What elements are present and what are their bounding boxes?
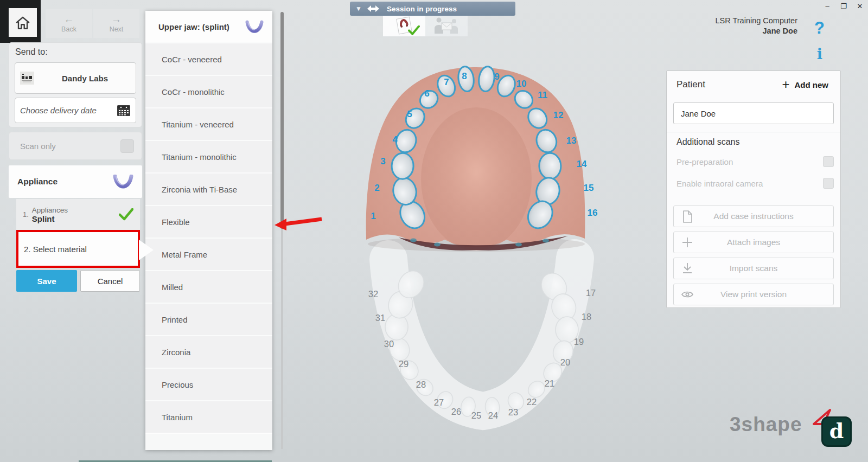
next-button[interactable]: → Next	[93, 9, 139, 38]
appliance-title: Appliance	[17, 177, 113, 187]
attach-images-button[interactable]: Attach images	[673, 232, 834, 253]
pre-preparation-row: Pre-preparation	[676, 156, 832, 168]
send-step-tile[interactable]	[425, 15, 468, 36]
next-label: Next	[110, 25, 124, 33]
material-item[interactable]: Zirconia with Ti-Base	[145, 172, 272, 205]
send-to-title: Send to:	[15, 47, 48, 57]
tooth[interactable]	[539, 152, 561, 179]
tooth-number-label: 19	[574, 337, 584, 347]
tooth-number-label: 11	[538, 90, 547, 100]
next-arrow-icon: →	[111, 15, 122, 24]
import-scans-button[interactable]: Import scans	[673, 258, 834, 279]
tooth-number-label: 31	[375, 313, 385, 323]
scan-rim-tooth	[542, 239, 549, 243]
material-item[interactable]: Printed	[145, 303, 272, 335]
material-item[interactable]: Titanium	[145, 400, 272, 433]
info-icon[interactable]: i	[817, 46, 822, 62]
session-app-icon	[367, 4, 379, 13]
material-item[interactable]: Flexible	[145, 205, 272, 238]
add-new-label: Add new	[795, 80, 829, 89]
computer-name: LSR Training Computer	[715, 16, 797, 25]
red-annotation-arrow	[271, 213, 326, 232]
material-item[interactable]: Precious	[145, 368, 272, 400]
material-scrollbar-thumb[interactable]	[280, 12, 284, 229]
user-info: LSR Training Computer Jane Doe	[715, 16, 797, 35]
scan-only-row: Scan only	[9, 132, 142, 160]
send-to-panel: Send to: Dandy Labs Choose delivery date	[9, 42, 142, 127]
document-icon	[680, 210, 694, 223]
close-button[interactable]: ✕	[856, 2, 864, 10]
tooth-number-label: 18	[582, 312, 591, 322]
calendar-icon	[117, 104, 131, 117]
delivery-date-field[interactable]: Choose delivery date	[15, 98, 136, 123]
intraoral-camera-checkbox[interactable]	[823, 178, 834, 189]
material-item[interactable]: Titanium - monolithic	[145, 140, 272, 172]
splint-arch-icon	[113, 175, 133, 189]
material-item[interactable]: Zirconia	[145, 335, 272, 368]
check-icon	[119, 208, 133, 221]
eye-icon	[680, 290, 694, 299]
scan-3d-view[interactable]: 1234567891011121314151617181920212223242…	[334, 64, 621, 433]
tooth-number-label: 27	[434, 397, 444, 407]
material-popup-pointer	[139, 240, 154, 260]
tooth[interactable]	[391, 152, 414, 179]
send-people-envelope-icon	[432, 16, 461, 35]
tooth-number-label: 4	[392, 134, 398, 145]
step1-appliances-row[interactable]: 1. Appliances Splint	[16, 199, 140, 230]
material-header-label: Upper jaw: (splint)	[158, 22, 245, 31]
session-label: Session in progress	[387, 5, 457, 13]
logged-in-user: Jane Doe	[715, 27, 797, 35]
view-print-version-button[interactable]: View print version	[673, 284, 834, 305]
splint-arch-icon	[245, 20, 264, 34]
application-window: ← Back → Next Send to: Dandy Labs Choose…	[0, 0, 868, 462]
pre-preparation-label: Pre-preparation	[676, 157, 823, 166]
step2-select-material-row[interactable]: 2. Select material	[16, 230, 140, 268]
material-item[interactable]: CoCr - veneered	[145, 42, 272, 75]
material-item[interactable]: CoCr - monolithic	[145, 75, 272, 107]
tooth-number-label: 1	[371, 211, 375, 221]
tooth-number-label: 22	[527, 397, 537, 407]
pre-preparation-checkbox[interactable]	[823, 156, 834, 167]
restore-button[interactable]: ❐	[840, 2, 847, 10]
scan-step-tile[interactable]	[383, 15, 425, 36]
home-button[interactable]	[9, 8, 37, 37]
tooth-number-label: 21	[545, 378, 554, 388]
material-item[interactable]: Titanium - veneered	[145, 107, 272, 140]
cancel-button[interactable]: Cancel	[80, 270, 140, 292]
save-button[interactable]: Save	[16, 270, 77, 292]
scan-only-checkbox[interactable]	[120, 139, 134, 153]
upper-jaw-palate	[421, 107, 532, 251]
help-icon[interactable]: ?	[814, 18, 825, 38]
chevron-down-icon[interactable]: ▼	[355, 5, 362, 12]
tooth-number-label: 17	[586, 288, 596, 298]
tooth-number-label: 24	[488, 410, 498, 420]
material-item[interactable]: Milled	[145, 270, 272, 303]
dandy-logo-badge: d	[821, 416, 852, 447]
scan-rim-tooth	[410, 239, 417, 242]
intraoral-camera-row: Enable intraoral camera	[676, 177, 832, 189]
material-item[interactable]: Metal Frame	[145, 238, 272, 270]
back-button[interactable]: ← Back	[46, 9, 92, 38]
material-item-partial	[145, 433, 272, 450]
appliance-header[interactable]: Appliance	[9, 165, 142, 198]
step2-label: 2. Select material	[24, 245, 87, 254]
lab-select-button[interactable]: Dandy Labs	[15, 62, 136, 94]
step1-value: Splint	[32, 214, 119, 223]
scan-rim-tooth	[434, 243, 441, 247]
tooth-number-label: 7	[444, 77, 449, 87]
tooth-number-label: 32	[368, 289, 378, 299]
delivery-date-placeholder: Choose delivery date	[20, 106, 117, 115]
material-list-panel: Upper jaw: (splint) CoCr - veneered CoCr…	[145, 11, 272, 450]
add-new-patient-button[interactable]: + Add new	[782, 79, 828, 90]
session-bar: ▼ Session in progress	[350, 2, 515, 16]
material-list-header: Upper jaw: (splint)	[145, 11, 272, 42]
step1-category: Appliances	[32, 206, 119, 214]
scan-rim-tooth	[515, 243, 522, 247]
add-case-instructions-button[interactable]: Add case instructions	[673, 206, 834, 227]
minimize-button[interactable]: –	[824, 2, 831, 10]
patient-name-input[interactable]	[673, 102, 834, 124]
tooth-number-label: 20	[560, 357, 570, 367]
tooth-number-label: 12	[553, 110, 564, 120]
check-icon	[408, 25, 420, 35]
tooth-number-label: 13	[566, 136, 577, 146]
